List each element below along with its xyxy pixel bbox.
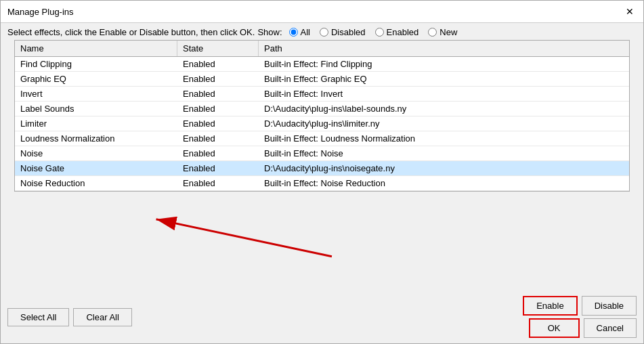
- table-row[interactable]: Noise GateEnabledD:\Audacity\plug-ins\no…: [15, 161, 629, 176]
- radio-all[interactable]: All: [289, 27, 310, 37]
- disable-button[interactable]: Disable: [582, 296, 637, 316]
- cell-name: Loudness Normalization: [15, 131, 177, 146]
- svg-line-1: [156, 219, 332, 257]
- cell-path: Built-in Effect: Noise Reduction: [259, 176, 629, 190]
- radio-new[interactable]: New: [428, 27, 457, 37]
- cancel-button[interactable]: Cancel: [584, 318, 637, 338]
- toolbar-row: Select effects, click the Enable or Disa…: [1, 23, 643, 40]
- table-header: Name State Path: [15, 41, 629, 57]
- radio-enabled-label: Enabled: [387, 27, 419, 37]
- cell-state: Enabled: [177, 131, 259, 146]
- table-row[interactable]: Find ClippingEnabledBuilt-in Effect: Fin…: [15, 57, 629, 72]
- radio-enabled[interactable]: Enabled: [375, 27, 419, 37]
- manage-plugins-dialog: Manage Plug-ins ✕ Select effects, click …: [0, 0, 644, 344]
- cell-name: Find Clipping: [15, 57, 177, 71]
- cell-state: Enabled: [177, 87, 259, 101]
- cell-name: Limiter: [15, 116, 177, 131]
- toolbar-description: Select effects, click the Enable or Disa…: [7, 27, 255, 37]
- table-row[interactable]: Label SoundsEnabledD:\Audacity\plug-ins\…: [15, 102, 629, 116]
- ok-button[interactable]: OK: [529, 318, 580, 338]
- bottom-right-buttons: Enable Disable OK Cancel: [523, 296, 637, 338]
- radio-all-label: All: [301, 27, 310, 37]
- bottom-left-buttons: Select All Clear All: [7, 308, 132, 326]
- table-row[interactable]: InvertEnabledBuilt-in Effect: Invert: [15, 87, 629, 102]
- cell-state: Enabled: [177, 146, 259, 160]
- table-row[interactable]: Noise ReductionEnabledBuilt-in Effect: N…: [15, 176, 629, 191]
- select-all-button[interactable]: Select All: [7, 308, 69, 326]
- cell-name: Graphic EQ: [15, 72, 177, 86]
- bottom-btn-row: OK Cancel: [529, 318, 637, 338]
- table-body: Find ClippingEnabledBuilt-in Effect: Fin…: [15, 57, 629, 191]
- close-button[interactable]: ✕: [623, 5, 637, 18]
- cell-state: Enabled: [177, 176, 259, 190]
- table-row[interactable]: LimiterEnabledD:\Audacity\plug-ins\limit…: [15, 116, 629, 131]
- plugin-table: Name State Path Find ClippingEnabledBuil…: [14, 40, 630, 192]
- cell-path: D:\Audacity\plug-ins\noisegate.ny: [259, 161, 629, 175]
- top-btn-row: Enable Disable: [523, 296, 637, 316]
- cell-state: Enabled: [177, 72, 259, 86]
- header-path: Path: [259, 41, 618, 56]
- clear-all-button[interactable]: Clear All: [73, 308, 131, 326]
- show-group: All Disabled Enabled New: [289, 27, 458, 37]
- cell-path: Built-in Effect: Loudness Normalization: [259, 131, 629, 146]
- cell-name: Invert: [15, 87, 177, 101]
- table-wrapper: Name State Path Find ClippingEnabledBuil…: [7, 40, 637, 291]
- cell-name: Noise Reduction: [15, 176, 177, 190]
- cell-path: Built-in Effect: Noise: [259, 146, 629, 160]
- enable-button[interactable]: Enable: [523, 296, 577, 316]
- cell-name: Noise Gate: [15, 161, 177, 175]
- cell-path: Built-in Effect: Invert: [259, 87, 629, 101]
- cell-state: Enabled: [177, 116, 259, 131]
- radio-disabled[interactable]: Disabled: [320, 27, 366, 37]
- cell-path: D:\Audacity\plug-ins\limiter.ny: [259, 116, 629, 131]
- table-row[interactable]: Graphic EQEnabledBuilt-in Effect: Graphi…: [15, 72, 629, 87]
- radio-disabled-label: Disabled: [331, 27, 366, 37]
- dialog-title: Manage Plug-ins: [7, 7, 74, 17]
- cell-state: Enabled: [177, 57, 259, 71]
- cell-state: Enabled: [177, 161, 259, 175]
- bottom-bar: Select All Clear All Enable Disable OK C…: [1, 291, 643, 343]
- cell-name: Noise: [15, 146, 177, 160]
- table-row[interactable]: NoiseEnabledBuilt-in Effect: Noise: [15, 146, 629, 161]
- header-name: Name: [15, 41, 177, 56]
- cell-path: Built-in Effect: Graphic EQ: [259, 72, 629, 86]
- show-label: Show:: [257, 27, 282, 37]
- title-bar: Manage Plug-ins ✕: [1, 1, 643, 23]
- cell-path: Built-in Effect: Find Clipping: [259, 57, 629, 71]
- cell-name: Label Sounds: [15, 102, 177, 116]
- header-state: State: [177, 41, 259, 56]
- cell-state: Enabled: [177, 102, 259, 116]
- radio-new-label: New: [439, 27, 457, 37]
- table-row[interactable]: Loudness NormalizationEnabledBuilt-in Ef…: [15, 131, 629, 146]
- cell-path: D:\Audacity\plug-ins\label-sounds.ny: [259, 102, 629, 116]
